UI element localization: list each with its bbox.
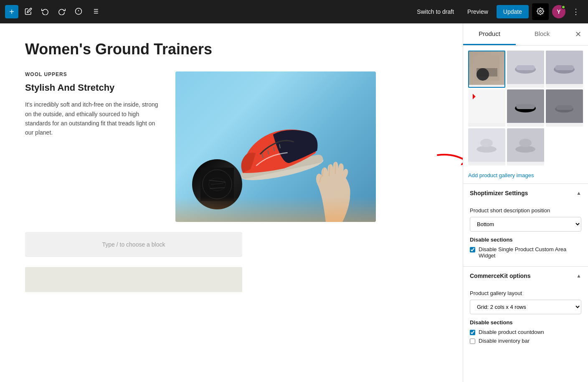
- svg-rect-32: [556, 105, 573, 110]
- play-icon: ⏵: [471, 92, 478, 101]
- undo-icon: [41, 8, 49, 16]
- yoast-badge[interactable]: Y: [552, 5, 565, 18]
- gallery-thumb-8[interactable]: [507, 128, 544, 166]
- disable-countdown-checkbox[interactable]: [470, 330, 475, 335]
- add-gallery-link[interactable]: Add product gallery images: [463, 171, 588, 183]
- svg-rect-26: [516, 65, 535, 70]
- tab-block[interactable]: Block: [516, 23, 568, 45]
- gallery-thumb-6[interactable]: [546, 89, 583, 127]
- gallery-thumb-2[interactable]: [507, 51, 544, 88]
- redo-icon: [58, 8, 66, 16]
- shoptimizer-settings-title: Shoptimizer Settings: [470, 190, 528, 196]
- edit-mode-button[interactable]: [22, 5, 35, 18]
- disable-countdown-row: Disable product countdown: [470, 329, 581, 335]
- toolbar: + Switch to draft Preview Update: [0, 0, 588, 23]
- red-arrow-svg: [433, 147, 463, 176]
- disable-single-product-label: Disable Single Product Custom Area Widge…: [479, 246, 581, 259]
- right-sidebar: Product Block ✕: [463, 23, 588, 382]
- svg-rect-30: [516, 104, 535, 109]
- disable-single-product-row: Disable Single Product Custom Area Widge…: [470, 246, 581, 259]
- product-tag: WOOL UPPERS: [25, 71, 159, 77]
- product-short-desc-select[interactable]: Bottom Above tabs Below title: [470, 217, 581, 232]
- shoptimizer-settings-header[interactable]: Shoptimizer Settings ▲: [463, 184, 588, 202]
- tab-product[interactable]: Product: [463, 23, 516, 45]
- disable-countdown-label: Disable product countdown: [479, 329, 544, 335]
- info-button[interactable]: [72, 5, 85, 18]
- close-icon: ✕: [575, 30, 581, 38]
- product-text: It's incredibly soft and itch-free on th…: [25, 100, 159, 138]
- svg-rect-16: [200, 168, 234, 201]
- chevron-up-icon-2: ▲: [576, 273, 581, 279]
- sidebar-tabs: Product Block ✕: [463, 23, 588, 46]
- gallery-thumb-5[interactable]: [507, 89, 544, 127]
- commercekit-header[interactable]: CommerceKit options ▲: [463, 267, 588, 285]
- product-layout: WOOL UPPERS Stylish And Stretchy It's in…: [25, 71, 438, 222]
- close-sidebar-button[interactable]: ✕: [568, 23, 588, 45]
- gallery-thumb-7[interactable]: [468, 128, 505, 166]
- plus-icon: +: [9, 7, 14, 17]
- editor-area: Women's Ground Trainers WOOL UPPERS Styl…: [0, 23, 463, 382]
- pencil-icon: [25, 8, 32, 16]
- disable-sections-title-1: Disable sections: [470, 237, 581, 243]
- yoast-label: Y: [557, 8, 560, 15]
- gallery-layout-label: Product gallery layout: [470, 290, 581, 296]
- footer-block: [25, 267, 242, 292]
- product-main-image[interactable]: [175, 71, 376, 222]
- disable-inventory-row: Disable inventory bar: [470, 338, 581, 344]
- svg-point-9: [540, 10, 542, 12]
- disable-inventory-label: Disable inventory bar: [479, 338, 530, 344]
- yoast-status-dot: [561, 5, 565, 9]
- svg-rect-28: [555, 65, 574, 70]
- arrow-indicator: [433, 147, 463, 178]
- list-icon: [91, 8, 99, 16]
- placeholder-text: Type / to choose a block: [102, 241, 165, 248]
- disable-single-product-checkbox[interactable]: [470, 247, 475, 252]
- disable-sections-title-2: Disable sections: [470, 319, 581, 326]
- ellipsis-icon: ⋮: [572, 8, 580, 16]
- svg-point-36: [519, 139, 532, 147]
- redo-button[interactable]: [55, 5, 68, 18]
- gallery-layout-select[interactable]: Grid: 2 cols x 4 rows Grid: 3 cols x 3 r…: [470, 300, 581, 314]
- disable-inventory-checkbox[interactable]: [470, 339, 475, 344]
- update-button[interactable]: Update: [497, 5, 529, 18]
- gallery-grid: ⏵: [463, 46, 588, 171]
- gear-icon: [537, 8, 544, 16]
- gallery-thumb-4[interactable]: ⏵: [468, 89, 505, 127]
- shoptimizer-settings-section: Shoptimizer Settings ▲ Product short des…: [463, 183, 588, 266]
- product-images[interactable]: [175, 71, 438, 222]
- undo-button[interactable]: [38, 5, 52, 18]
- switch-to-draft-button[interactable]: Switch to draft: [412, 6, 459, 18]
- block-placeholder[interactable]: Type / to choose a block: [25, 232, 242, 257]
- gallery-thumb-3[interactable]: [546, 51, 583, 88]
- info-icon: [75, 8, 82, 16]
- page-title: Women's Ground Trainers: [25, 40, 438, 58]
- settings-button[interactable]: [532, 3, 549, 20]
- gallery-thumb-1[interactable]: [468, 51, 505, 88]
- commercekit-section: CommerceKit options ▲ Product gallery la…: [463, 266, 588, 351]
- sunset-overlay: [175, 197, 376, 222]
- preview-button[interactable]: Preview: [462, 6, 493, 18]
- svg-rect-24: [476, 68, 497, 76]
- shoptimizer-settings-content: Product short description position Botto…: [463, 202, 588, 266]
- product-short-desc-label: Product short description position: [470, 207, 581, 214]
- more-options-button[interactable]: ⋮: [569, 5, 583, 18]
- commercekit-content: Product gallery layout Grid: 2 cols x 4 …: [463, 285, 588, 351]
- list-view-button[interactable]: [89, 5, 102, 18]
- svg-point-34: [480, 139, 493, 147]
- commercekit-title: CommerceKit options: [470, 272, 530, 279]
- add-block-button[interactable]: +: [5, 5, 18, 18]
- product-description: WOOL UPPERS Stylish And Stretchy It's in…: [25, 71, 159, 138]
- chevron-up-icon: ▲: [576, 190, 581, 196]
- main-area: Women's Ground Trainers WOOL UPPERS Styl…: [0, 23, 588, 382]
- product-subtitle: Stylish And Stretchy: [25, 82, 159, 93]
